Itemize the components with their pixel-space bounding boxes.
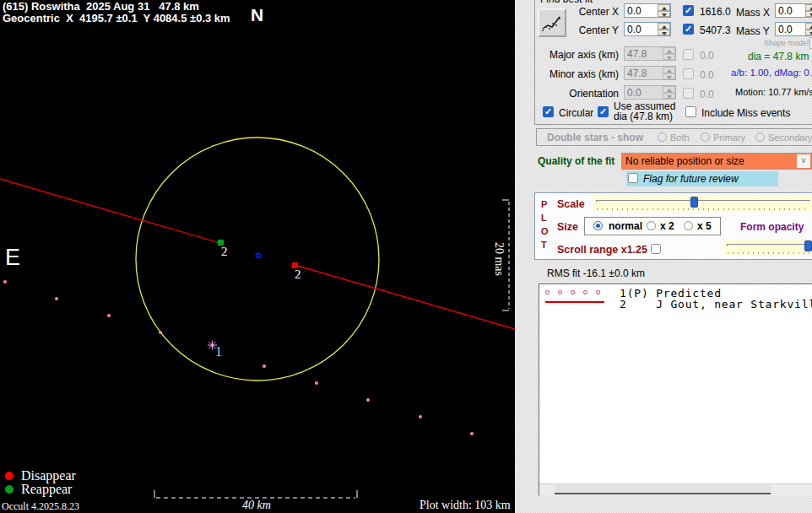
scroll-range-label: Scroll range x1.25 bbox=[557, 244, 647, 256]
km-scale-bar bbox=[154, 490, 357, 498]
form-opacity-button[interactable]: Form opacity bbox=[740, 221, 804, 233]
km-scale-label: 40 km bbox=[242, 499, 271, 512]
shape-model-label: Shape model bbox=[764, 39, 809, 47]
center-y-label: Center Y bbox=[534, 24, 619, 36]
center-y-input[interactable]: 0.0 bbox=[624, 22, 671, 36]
legend-disappear: Disappear bbox=[5, 469, 76, 483]
center-x-up[interactable] bbox=[658, 4, 670, 11]
double-stars-secondary-label: Secondary bbox=[768, 132, 812, 143]
minor-axis-check-value: 0.0 bbox=[700, 69, 714, 81]
center-x-input[interactable]: 0.0 bbox=[624, 3, 671, 18]
center-x-label: Center X bbox=[534, 6, 619, 18]
sky-plot-area[interactable]: (615) Roswitha 2025 Aug 31 47.8 km Geoce… bbox=[0, 0, 515, 513]
scale-slider[interactable] bbox=[593, 195, 812, 211]
minor-axis-value: 47.8 bbox=[627, 68, 647, 79]
plot-vertical-label: P L O T bbox=[541, 197, 549, 251]
double-stars-secondary-radio bbox=[755, 132, 765, 142]
size-label: Size bbox=[557, 221, 578, 233]
size-x5-label: x 5 bbox=[697, 220, 712, 232]
mass-y-input[interactable]: 0.0 bbox=[775, 22, 812, 36]
predicted-star-number: 1 bbox=[215, 344, 222, 359]
y-constraint-value: 5407.3 bbox=[700, 24, 731, 36]
plot-legend: Disappear Reappear bbox=[5, 469, 76, 496]
x-constraint-checkbox[interactable]: ✓ bbox=[683, 5, 694, 16]
mass-x-value[interactable]: 0.0 bbox=[778, 5, 793, 17]
east-label: E bbox=[5, 245, 20, 271]
plot-geocentric-coords: Geocentric X 4195.7 ±0.1 Y 4084.5 ±0.3 k… bbox=[3, 12, 230, 24]
mass-x-up[interactable] bbox=[805, 4, 812, 11]
orientation-value: 0.0 bbox=[627, 87, 641, 99]
minor-axis-input: 47.8 bbox=[624, 66, 676, 80]
include-miss-events-label: Include Miss events bbox=[701, 107, 790, 119]
reappear-dot-icon bbox=[5, 485, 14, 494]
y-constraint-checkbox[interactable]: ✓ bbox=[683, 24, 694, 35]
legend-reappear-label: Reappear bbox=[21, 482, 72, 496]
orientation-checkbox bbox=[683, 88, 694, 99]
star-path-dots bbox=[3, 280, 474, 435]
dropdown-arrow-icon[interactable]: ˅ bbox=[797, 154, 810, 168]
center-y-up[interactable] bbox=[658, 23, 670, 30]
orientation-input: 0.0 bbox=[624, 85, 676, 100]
center-y-value[interactable]: 0.0 bbox=[627, 24, 641, 35]
observations-list[interactable]: 1(P) Predicted 2 J Gout, near Starkville bbox=[539, 284, 812, 496]
asteroid-outline-circle bbox=[136, 138, 379, 381]
mass-y-value[interactable]: 0.0 bbox=[778, 24, 793, 35]
center-x-down[interactable] bbox=[658, 11, 670, 17]
mass-y-up[interactable] bbox=[805, 23, 812, 30]
list-scrollbar-thumb[interactable] bbox=[555, 485, 771, 494]
app-version-label: Occult 4.2025.8.23 bbox=[2, 500, 79, 513]
double-stars-title: Double stars - show bbox=[547, 132, 643, 143]
north-label: N bbox=[251, 5, 263, 25]
orientation-check-value: 0.0 bbox=[700, 89, 714, 100]
scroll-range-checkbox[interactable] bbox=[651, 244, 661, 254]
center-y-down[interactable] bbox=[658, 30, 670, 35]
rms-fit-label: RMS fit -16.1 ±0.0 km bbox=[547, 267, 645, 279]
flag-review-checkbox[interactable] bbox=[628, 173, 638, 183]
disappear-dot-icon bbox=[5, 472, 14, 480]
form-opacity-slider[interactable] bbox=[724, 239, 812, 255]
size-x5-radio[interactable] bbox=[684, 221, 693, 230]
control-panel: Find best fit Center X 0.0 ✓ 1616.0 Mass… bbox=[515, 0, 812, 513]
mass-x-input[interactable]: 0.0 bbox=[775, 3, 812, 18]
scale-slider-thumb[interactable] bbox=[690, 197, 698, 208]
dia-label: dia = 47.8 km bbox=[748, 51, 809, 62]
chord-line-west bbox=[0, 179, 219, 243]
mass-x-down[interactable] bbox=[805, 11, 812, 17]
circular-label: Circular bbox=[559, 107, 593, 119]
double-stars-primary-label: Primary bbox=[713, 132, 745, 143]
major-axis-label: Major axis (km) bbox=[534, 49, 619, 61]
plot-canvas bbox=[0, 0, 515, 513]
scale-label: Scale bbox=[557, 198, 585, 210]
center-marker bbox=[256, 253, 260, 257]
major-axis-checkbox bbox=[683, 49, 694, 60]
list-row-observed[interactable]: 2 J Gout, near Starkville bbox=[620, 298, 812, 310]
mass-x-label: Mass X bbox=[736, 7, 770, 19]
occult-app-window: (615) Roswitha 2025 Aug 31 47.8 km Geoce… bbox=[0, 0, 812, 513]
mass-y-down[interactable] bbox=[805, 30, 812, 35]
center-x-value[interactable]: 0.0 bbox=[627, 5, 641, 17]
legend-reappear: Reappear bbox=[5, 483, 76, 496]
plot-title: (615) Roswitha 2025 Aug 31 47.8 km bbox=[3, 0, 199, 13]
quality-of-fit-value: No reliable position or size bbox=[625, 155, 744, 167]
minor-axis-checkbox bbox=[683, 68, 694, 79]
use-assumed-label-line2: dia (47.8 km) bbox=[614, 111, 673, 122]
size-radio-group: normal x 2 x 5 bbox=[584, 217, 721, 235]
size-normal-radio[interactable] bbox=[593, 221, 603, 230]
size-x2-radio[interactable] bbox=[647, 221, 656, 230]
motion-label: Motion: 10.77 km/s bbox=[735, 87, 812, 97]
size-normal-label: normal bbox=[609, 220, 642, 232]
major-axis-check-value: 0.0 bbox=[700, 50, 714, 62]
list-horizontal-scrollbar[interactable] bbox=[539, 483, 812, 495]
double-stars-both-radio bbox=[658, 132, 667, 142]
circular-checkbox[interactable]: ✓ bbox=[543, 106, 554, 117]
find-best-fit-title: Find best fit bbox=[540, 0, 593, 5]
include-miss-events-checkbox[interactable] bbox=[685, 106, 696, 117]
quality-of-fit-label: Quality of the fit bbox=[538, 155, 614, 167]
quality-of-fit-dropdown[interactable]: No reliable position or size ˅ bbox=[621, 153, 812, 170]
size-x2-label: x 2 bbox=[660, 220, 674, 232]
orientation-label: Orientation bbox=[534, 88, 619, 100]
use-assumed-dia-checkbox[interactable]: ✓ bbox=[598, 106, 609, 117]
ab-dmag-label: a/b: 1.00, dMag: 0.0 bbox=[731, 68, 812, 78]
form-opacity-slider-thumb[interactable] bbox=[804, 240, 812, 251]
major-axis-input: 47.8 bbox=[624, 46, 676, 61]
